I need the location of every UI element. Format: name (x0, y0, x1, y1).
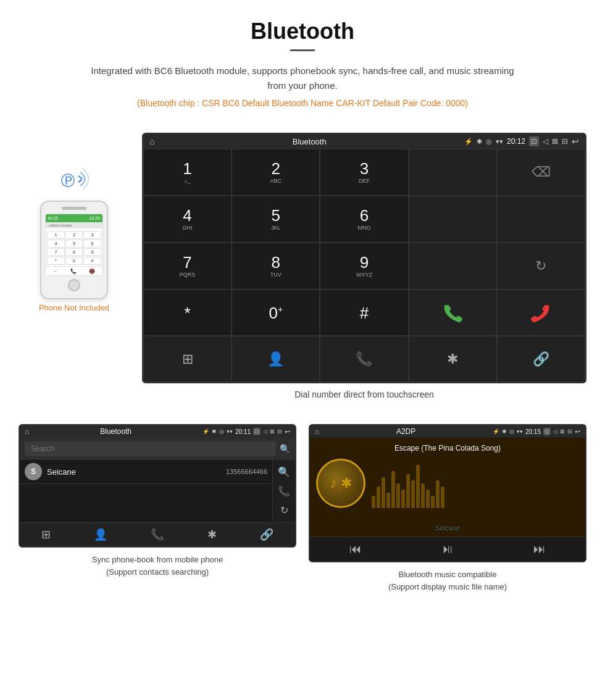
pb-call-right-btn[interactable]: 📞 (275, 483, 293, 499)
pb-back-icon[interactable]: ↩ (285, 428, 290, 436)
key-3-letters: DEF (359, 178, 370, 184)
pb-person-icon[interactable]: 👤 (94, 528, 107, 541)
phone-screen-header: M:25 14:25 (46, 214, 102, 222)
music-pip-icon[interactable]: ⊟ (567, 428, 572, 435)
phone-key-8[interactable]: 8 (65, 248, 83, 256)
pb-search-icon[interactable]: 🔍 (280, 444, 290, 454)
phone-key-star[interactable]: * (47, 257, 65, 265)
music-play-pause-btn[interactable]: ⏯ (441, 542, 454, 556)
pb-title: Bluetooth (31, 427, 200, 436)
key-1-number: 1 (183, 160, 191, 177)
dial-link-btn[interactable]: 🔗 (497, 336, 585, 382)
music-bt-icon: ✱ (502, 428, 507, 435)
pb-search-right-btn[interactable]: 🔍 (275, 464, 293, 480)
home-icon[interactable]: ⌂ (149, 136, 154, 146)
pip-icon[interactable]: ⊟ (562, 137, 568, 146)
phone-key-4[interactable]: 4 (47, 240, 65, 248)
phone-key-3[interactable]: 3 (83, 231, 101, 239)
dial-bt-btn[interactable]: ✱ (409, 336, 497, 382)
back-icon[interactable]: ↩ (572, 136, 579, 146)
eq-bar-1 (372, 496, 375, 508)
phone-key-9[interactable]: 9 (83, 248, 101, 256)
time-display: 20:12 (507, 137, 525, 146)
pb-contact-row[interactable]: S Seicane 13566664466 (20, 460, 272, 484)
dial-pad: 1 ⌂_ 2 ABC 3 DEF ⌫ 4 GHI (143, 149, 585, 382)
phone-key-hash[interactable]: # (83, 257, 101, 265)
pb-bt-bottom-icon[interactable]: ✱ (207, 528, 217, 541)
phone-key-7[interactable]: 7 (47, 248, 65, 256)
music-display-area: ♪ ✱ (316, 459, 579, 508)
pb-time: 20:11 (235, 428, 251, 435)
dial-key-1[interactable]: 1 ⌂_ (143, 149, 232, 196)
dial-grid-btn[interactable]: ⊞ (143, 336, 232, 382)
dial-backspace-btn[interactable]: ⌫ (497, 149, 585, 196)
dial-key-0[interactable]: 0+ (232, 290, 320, 336)
music-vol-icon[interactable]: ◁ (553, 428, 557, 435)
music-next-btn[interactable]: ⏭ (533, 542, 546, 556)
dial-key-hash[interactable]: # (320, 290, 408, 336)
dial-key-8[interactable]: 8 TUV (232, 243, 320, 290)
bluetooth-icon: ✱ (447, 351, 458, 367)
pb-refresh-right-btn[interactable]: ↻ (275, 502, 293, 519)
phone-time: 14:25 (89, 216, 100, 220)
dial-key-3[interactable]: 3 DEF (320, 149, 408, 196)
dial-end-btn[interactable] (497, 290, 585, 336)
key-2-number: 2 (272, 160, 280, 177)
page-title: Bluetooth (12, 19, 593, 44)
phone-not-included-label: Phone Not Included (39, 303, 109, 312)
phone-key-1[interactable]: 1 (47, 231, 65, 239)
dial-refresh-btn[interactable]: ↻ (497, 243, 585, 290)
dial-key-2[interactable]: 2 ABC (232, 149, 320, 196)
pb-main-area: S Seicane 13566664466 🔍 📞 ↻ (20, 460, 295, 522)
pb-vol-icon[interactable]: ◁ (263, 428, 267, 435)
key-star-number: * (185, 305, 191, 321)
pb-status-bar: ⌂ Bluetooth ⚡ ✱ ◎ ▾▾ 20:11 ⊡ ◁ ⊠ ⊟ ↩ (20, 425, 295, 438)
dial-key-star[interactable]: * (143, 290, 232, 336)
volume-icon[interactable]: ◁ (543, 137, 548, 146)
dial-key-5[interactable]: 5 JKL (232, 196, 320, 243)
phone-home-button[interactable] (68, 279, 80, 291)
music-close-icon[interactable]: ⊠ (560, 428, 565, 435)
pb-contact-name: Seicane (47, 467, 76, 477)
dial-screen-title: Bluetooth (158, 137, 461, 146)
music-usb-icon: ⚡ (493, 428, 499, 435)
music-home-icon[interactable]: ⌂ (315, 427, 319, 436)
dial-key-7[interactable]: 7 PQRS (143, 243, 232, 290)
backspace-icon: ⌫ (532, 164, 551, 180)
pb-close-icon[interactable]: ⊠ (270, 428, 275, 435)
music-back-icon[interactable]: ↩ (575, 428, 580, 436)
phonebook-screen: ⌂ Bluetooth ⚡ ✱ ◎ ▾▾ 20:11 ⊡ ◁ ⊠ ⊟ ↩ 🔍 (19, 424, 296, 548)
dial-contacts-btn[interactable]: 👤 (232, 336, 320, 382)
location-icon: ◎ (486, 138, 492, 146)
pb-home-icon[interactable]: ⌂ (25, 427, 29, 436)
camera-icon[interactable]: ⊡ (529, 136, 539, 146)
phone-key-2[interactable]: 2 (65, 231, 83, 239)
pb-grid-icon[interactable]: ⊞ (41, 528, 51, 541)
music-cam-icon[interactable]: ⊡ (543, 428, 551, 435)
pb-phone-icon[interactable]: 📞 (151, 528, 164, 541)
pb-contact-avatar: S (25, 463, 42, 480)
eq-bar-10 (416, 465, 420, 508)
pb-contact-number: 13566664466 (226, 468, 267, 475)
phone-key-5[interactable]: 5 (65, 240, 83, 248)
dial-key-9[interactable]: 9 WXYZ (320, 243, 408, 290)
phone-key-0[interactable]: 0 (65, 257, 83, 265)
dial-key-6[interactable]: 6 MNO (320, 196, 408, 243)
pb-link-icon[interactable]: 🔗 (260, 528, 273, 541)
dial-calls-btn[interactable]: 📞 (320, 336, 408, 382)
pb-pip-icon[interactable]: ⊟ (277, 428, 282, 435)
music-time: 20:15 (525, 428, 541, 435)
phone-bottom-bar: ← 📞 📵 (46, 266, 102, 275)
pb-cam-icon[interactable]: ⊡ (253, 428, 261, 435)
page-specs: (Bluetooth chip : CSR BC6 Default Blueto… (12, 98, 593, 108)
pb-search-input[interactable] (25, 441, 276, 456)
eq-bar-2 (377, 486, 380, 508)
close-icon[interactable]: ⊠ (552, 137, 558, 146)
dial-key-4[interactable]: 4 GHI (143, 196, 232, 243)
phone-screen: M:25 14:25 + Add to Contacts 1 2 3 4 5 6… (45, 214, 103, 276)
phone-key-6[interactable]: 6 (83, 240, 101, 248)
key-2-letters: ABC (270, 178, 282, 184)
dial-call-btn[interactable] (409, 290, 497, 336)
pb-bottom-toolbar: ⊞ 👤 📞 ✱ 🔗 (20, 522, 295, 546)
music-prev-btn[interactable]: ⏮ (349, 542, 362, 556)
